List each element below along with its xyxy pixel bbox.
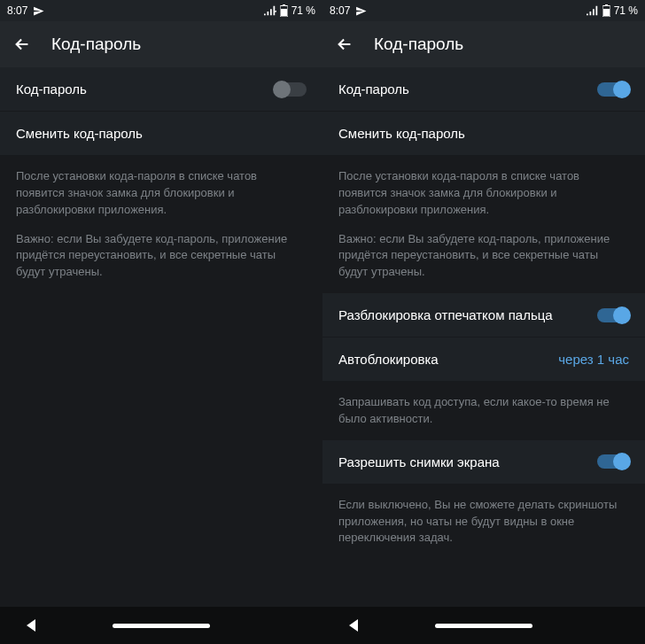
autolock-label: Автоблокировка	[338, 352, 439, 367]
status-time: 8:07	[7, 4, 27, 17]
back-button[interactable]	[12, 35, 32, 54]
svg-rect-5	[603, 9, 610, 16]
battery-icon	[602, 4, 610, 17]
fingerprint-toggle[interactable]	[597, 308, 629, 322]
page-title: Код-пароль	[374, 35, 463, 54]
change-passcode-row[interactable]: Сменить код-пароль	[322, 112, 645, 156]
nav-back-button[interactable]	[27, 619, 35, 632]
screenshots-hint: Если выключено, Вы не сможете делать скр…	[322, 485, 645, 560]
screenshots-row[interactable]: Разрешить снимки экрана	[322, 440, 645, 485]
svg-rect-2	[281, 9, 287, 16]
svg-rect-4	[605, 4, 608, 6]
content: Код-пароль Сменить код-пароль После уста…	[322, 67, 645, 607]
autolock-value: через 1 час	[558, 352, 629, 367]
passcode-info: После установки кода-пароля в списке чат…	[0, 156, 322, 293]
nav-bar	[0, 607, 322, 644]
passcode-label: Код-пароль	[16, 81, 87, 97]
change-passcode-row[interactable]: Сменить код-пароль	[0, 112, 322, 156]
status-time: 8:07	[330, 4, 350, 17]
app-bar: Код-пароль	[0, 21, 322, 67]
status-battery: 71 %	[291, 4, 315, 17]
passcode-row[interactable]: Код-пароль	[0, 67, 322, 112]
status-bar: 8:07 71 %	[322, 0, 645, 21]
nav-bar	[322, 607, 645, 644]
passcode-toggle[interactable]	[597, 82, 629, 97]
battery-icon	[280, 4, 288, 17]
content: Код-пароль Сменить код-пароль После уста…	[0, 67, 322, 607]
app-bar: Код-пароль	[322, 21, 645, 67]
nav-home-pill[interactable]	[113, 624, 210, 628]
autolock-hint: Запрашивать код доступа, если какое-то в…	[322, 382, 645, 440]
telegram-icon	[355, 5, 367, 17]
fingerprint-label: Разблокировка отпечатком пальца	[338, 307, 553, 322]
page-title: Код-пароль	[51, 35, 141, 54]
svg-rect-1	[283, 4, 285, 6]
passcode-label: Код-пароль	[338, 81, 409, 97]
screenshots-label: Разрешить снимки экрана	[338, 454, 500, 469]
phone-right: 8:07 71 % Код-пароль Код-пароль Сменить …	[322, 0, 645, 644]
signal-icon	[264, 5, 276, 16]
phone-left: 8:07 71 % Код-пароль Код-пароль Сменить …	[0, 0, 322, 644]
nav-back-button[interactable]	[349, 619, 358, 632]
signal-icon	[587, 5, 599, 16]
change-passcode-label: Сменить код-пароль	[338, 126, 465, 141]
autolock-row[interactable]: Автоблокировка через 1 час	[322, 338, 645, 382]
telegram-icon	[33, 5, 44, 17]
passcode-row[interactable]: Код-пароль	[322, 67, 645, 112]
passcode-info: После установки кода-пароля в списке чат…	[322, 156, 645, 293]
nav-home-pill[interactable]	[435, 624, 532, 628]
status-bar: 8:07 71 %	[0, 0, 322, 21]
status-battery: 71 %	[614, 4, 638, 17]
passcode-toggle[interactable]	[275, 82, 307, 97]
back-button[interactable]	[335, 35, 354, 54]
fingerprint-row[interactable]: Разблокировка отпечатком пальца	[322, 293, 645, 338]
change-passcode-label: Сменить код-пароль	[16, 126, 143, 141]
screenshots-toggle[interactable]	[597, 454, 629, 469]
